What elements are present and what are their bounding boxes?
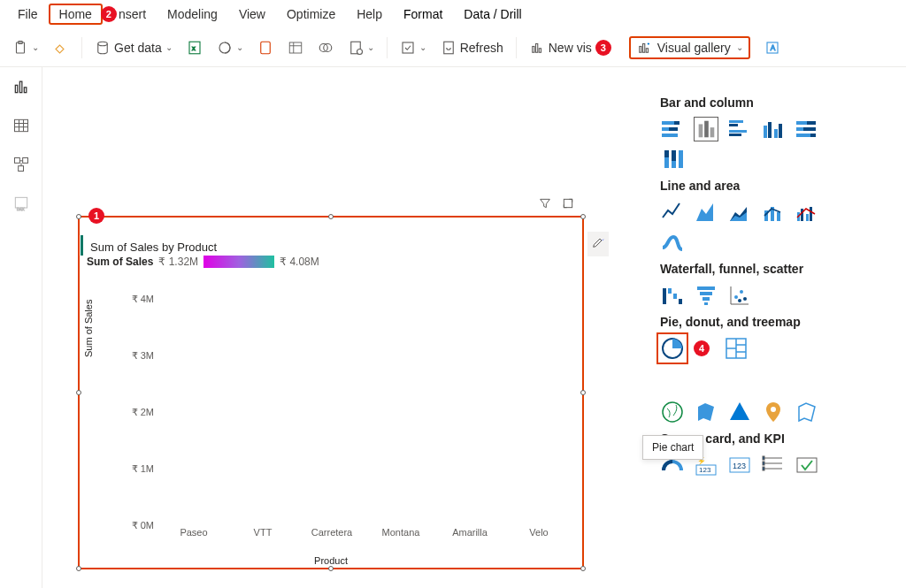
- stacked-bar-icon[interactable]: [660, 117, 685, 141]
- recent-sources-button[interactable]: ⌄: [342, 36, 380, 59]
- enter-data-button[interactable]: [282, 36, 309, 59]
- report-canvas[interactable]: 1 Sum of Sales by Product Sum of Sales ₹…: [42, 67, 641, 588]
- svg-rect-41: [729, 124, 738, 126]
- line-clustered-column-icon[interactable]: [795, 200, 819, 225]
- clustered-column-icon[interactable]: [761, 117, 786, 141]
- gallery-heading-pie: Pie, donut, and treemap: [660, 315, 895, 329]
- x-tick-label: Amarilla: [452, 527, 488, 538]
- menu-help[interactable]: Help: [346, 4, 393, 25]
- svg-rect-42: [729, 130, 747, 133]
- svg-rect-70: [697, 286, 715, 290]
- menu-modeling[interactable]: Modeling: [157, 4, 228, 25]
- text-box-button[interactable]: A: [759, 36, 786, 59]
- data-hub-button[interactable]: ⌄: [211, 36, 249, 59]
- svg-rect-39: [710, 127, 715, 137]
- svg-rect-46: [774, 129, 778, 138]
- svg-rect-90: [797, 458, 817, 472]
- gallery-heading-line: Line and area: [660, 179, 895, 193]
- clustered-bar-icon[interactable]: [727, 117, 752, 141]
- dax-view-icon[interactable]: DAX: [12, 195, 30, 212]
- svg-rect-63: [801, 209, 803, 221]
- focus-mode-icon[interactable]: [561, 196, 575, 210]
- svg-rect-23: [19, 81, 22, 93]
- svg-rect-13: [443, 42, 453, 54]
- svg-rect-33: [674, 121, 680, 125]
- chart-visual[interactable]: 1 Sum of Sales by Product Sum of Sales ₹…: [78, 216, 584, 569]
- data-view-icon[interactable]: [12, 117, 30, 134]
- hundred-stacked-bar-icon[interactable]: [795, 117, 819, 141]
- svg-rect-68: [673, 294, 677, 299]
- area-chart-icon[interactable]: [694, 200, 718, 225]
- x-tick-label: Paseo: [180, 527, 207, 538]
- azure-map-icon[interactable]: [727, 400, 752, 424]
- svg-rect-22: [15, 85, 18, 92]
- excel-source-button[interactable]: x: [181, 36, 208, 59]
- gallery-heading-bar: Bar and column: [660, 95, 895, 110]
- arcgis-map-icon[interactable]: [761, 400, 786, 424]
- svg-rect-44: [764, 126, 767, 138]
- stacked-area-icon[interactable]: [727, 200, 752, 225]
- dataverse-button[interactable]: [312, 36, 339, 59]
- menu-insert[interactable]: nsert: [117, 4, 157, 25]
- pie-chart-icon[interactable]: [660, 336, 685, 361]
- svg-rect-66: [663, 288, 666, 304]
- menu-datadrill[interactable]: Data / Drill: [453, 4, 532, 25]
- svg-rect-40: [729, 120, 743, 123]
- get-data-label: Get data: [114, 41, 162, 55]
- hundred-stacked-column-icon[interactable]: [660, 147, 685, 172]
- ribbon-chart-icon[interactable]: [660, 230, 685, 255]
- stacked-column-icon[interactable]: [694, 117, 718, 141]
- report-view-icon[interactable]: [12, 78, 30, 95]
- treemap-icon[interactable]: [724, 336, 749, 361]
- line-chart-icon[interactable]: [660, 200, 685, 225]
- menu-optimize[interactable]: Optimize: [276, 4, 346, 25]
- multi-row-card-icon[interactable]: 123: [727, 453, 752, 477]
- svg-rect-73: [704, 302, 708, 305]
- menu-format[interactable]: Format: [393, 4, 453, 25]
- slicer-icon[interactable]: [795, 453, 819, 477]
- waterfall-icon[interactable]: [660, 283, 685, 308]
- sql-button[interactable]: [252, 36, 279, 59]
- new-visual-button[interactable]: New vis: [524, 36, 597, 59]
- svg-rect-47: [779, 124, 782, 138]
- svg-rect-18: [642, 43, 644, 52]
- toolbar: ⌄ Get data ⌄ x ⌄ ⌄ ⌄ Refresh New vis 3: [0, 28, 906, 67]
- line-stacked-column-icon[interactable]: [761, 200, 786, 225]
- menu-file[interactable]: File: [7, 4, 49, 25]
- scatter-icon[interactable]: [727, 283, 752, 308]
- menu-home[interactable]: Home: [49, 4, 103, 25]
- svg-rect-37: [699, 124, 703, 137]
- funnel-icon[interactable]: [694, 283, 718, 308]
- svg-rect-45: [768, 122, 772, 138]
- svg-rect-64: [806, 214, 809, 221]
- svg-rect-58: [679, 150, 683, 168]
- filled-map-icon[interactable]: [694, 400, 718, 424]
- kpi-icon[interactable]: [761, 453, 786, 477]
- svg-text:x: x: [192, 44, 196, 52]
- paste-button[interactable]: ⌄: [7, 36, 44, 59]
- svg-rect-36: [662, 134, 678, 137]
- badge-2: 2: [101, 6, 117, 22]
- svg-point-81: [771, 407, 776, 412]
- on-object-format-icon[interactable]: [587, 232, 609, 256]
- filter-icon[interactable]: [538, 196, 552, 210]
- menu-view[interactable]: View: [228, 4, 276, 25]
- format-painter-button[interactable]: [48, 36, 74, 59]
- svg-point-75: [740, 290, 743, 294]
- refresh-button[interactable]: Refresh: [435, 36, 509, 59]
- badge-4: 4: [694, 340, 710, 356]
- get-data-button[interactable]: Get data ⌄: [89, 36, 178, 59]
- svg-rect-16: [539, 48, 541, 52]
- chart-legend: Sum of Sales ₹ 1.32M ₹ 4.08M: [80, 256, 582, 271]
- model-view-icon[interactable]: [12, 156, 30, 173]
- transform-data-button[interactable]: ⌄: [395, 36, 432, 59]
- map-icon[interactable]: [660, 400, 685, 424]
- x-tick-label: Velo: [529, 527, 548, 538]
- svg-rect-27: [22, 158, 27, 164]
- svg-rect-32: [662, 121, 674, 125]
- svg-rect-15: [535, 43, 537, 52]
- shape-map-icon[interactable]: [795, 400, 819, 424]
- svg-text:A: A: [771, 44, 776, 52]
- svg-text:123: 123: [733, 462, 746, 470]
- visual-gallery-button[interactable]: Visual gallery ⌄: [629, 36, 750, 59]
